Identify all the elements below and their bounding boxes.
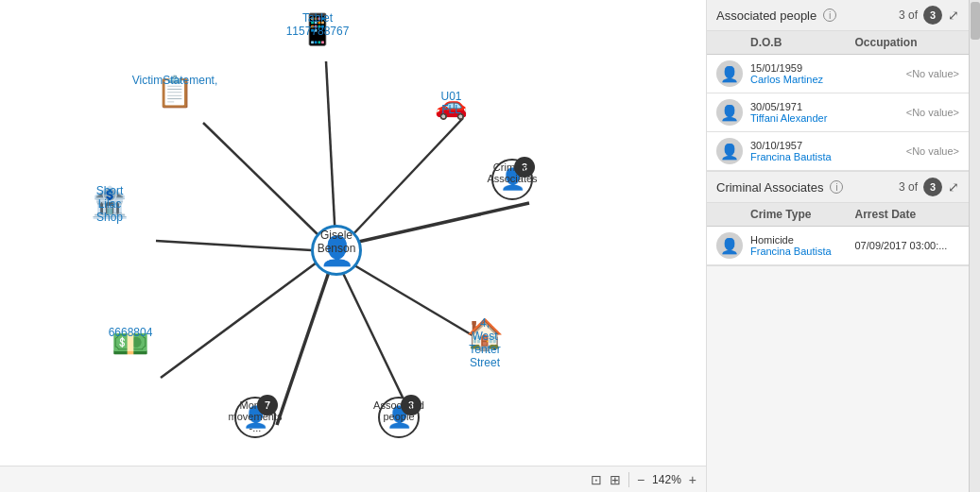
person-row-1: 👤 30/05/1971 Tiffani Alexander <No value… bbox=[707, 93, 969, 132]
arrest-date-0: 07/09/2017 03:00:... bbox=[855, 240, 960, 251]
network-canvas[interactable]: 👤 Gisele Benson 📱 Tablet 1157788767 🚗 U0… bbox=[0, 0, 706, 492]
svg-line-8 bbox=[354, 203, 529, 243]
criminal-associates-header: Criminal Associates i 3 of 3 ⤢ bbox=[707, 172, 969, 203]
svg-line-2 bbox=[203, 123, 321, 238]
reset-icon[interactable]: ⊞ bbox=[610, 472, 621, 487]
person-name-1[interactable]: Tiffani Alexander bbox=[750, 112, 906, 124]
scrollbar-thumb[interactable] bbox=[971, 2, 980, 40]
associated-people-controls: 3 of 3 ⤢ bbox=[899, 6, 959, 25]
associated-info-icon[interactable]: i bbox=[823, 8, 836, 22]
criminal-associates-section: Criminal Associates i 3 of 3 ⤢ Crime Typ… bbox=[707, 172, 969, 266]
person-avatar-1: 👤 bbox=[716, 99, 743, 126]
associated-of-badge: 3 of bbox=[899, 8, 918, 22]
crime-type-0: Homicide bbox=[750, 234, 855, 246]
fit-icon[interactable]: ⊡ bbox=[591, 472, 602, 487]
associated-badge: 3 bbox=[401, 395, 421, 416]
criminal-of-badge: 3 of bbox=[899, 180, 918, 194]
crime-type-header: Crime Type bbox=[750, 208, 855, 221]
movements-circle: 👤 7 bbox=[234, 397, 276, 438]
crime-avatar-0: 👤 bbox=[716, 232, 743, 259]
svg-line-1 bbox=[350, 118, 463, 238]
crime-person-0[interactable]: Francina Bautista bbox=[750, 246, 855, 257]
bottom-toolbar: ⊡ ⊞ − 142% + bbox=[0, 466, 706, 492]
right-panel: Associated people i 3 of 3 ⤢ D.O.B Occup… bbox=[706, 0, 980, 492]
tablet-icon: 📱 bbox=[299, 11, 336, 47]
node-car[interactable]: 🚗 U01 FLL bbox=[435, 90, 468, 121]
zoom-out-icon[interactable]: − bbox=[637, 472, 645, 487]
criminal-controls: 3 of 3 ⤢ bbox=[899, 178, 959, 196]
svg-line-4 bbox=[161, 263, 317, 378]
person-info-2: 30/10/1957 Francina Bautista bbox=[750, 140, 906, 162]
person-avatar-0: 👤 bbox=[716, 60, 743, 87]
node-associated[interactable]: 👤 3 Associated people bbox=[378, 397, 420, 438]
associated-circle: 👤 3 bbox=[378, 397, 420, 438]
associated-people-title: Associated people bbox=[716, 8, 817, 23]
crime-row-0: 👤 Homicide Francina Bautista 07/09/2017 … bbox=[707, 227, 969, 265]
node-shop[interactable]: 🏦 Short Lilac Shop bbox=[91, 184, 129, 220]
person-info-0: 15/01/1959 Carlos Martinez bbox=[750, 62, 906, 85]
person-dob-0: 15/01/1959 bbox=[750, 62, 906, 74]
person-dob-1: 30/05/1971 bbox=[750, 101, 906, 112]
node-money[interactable]: 💵 6668804 bbox=[112, 326, 149, 362]
node-tablet[interactable]: 📱 Tablet 1157788767 bbox=[299, 11, 336, 47]
associated-people-section: Associated people i 3 of 3 ⤢ D.O.B Occup… bbox=[707, 0, 969, 172]
criminal-expand-icon[interactable]: ⤢ bbox=[948, 179, 959, 195]
arrest-date-header: Arrest Date bbox=[855, 208, 960, 221]
person-info-1: 30/05/1971 Tiffani Alexander bbox=[750, 101, 906, 124]
node-house[interactable]: 🏠 4, West Tenter Street bbox=[466, 316, 504, 352]
person-occ-1: <No value> bbox=[906, 107, 959, 118]
associated-table-header: D.O.B Occupation bbox=[707, 31, 969, 55]
person-avatar-2: 👤 bbox=[716, 138, 743, 164]
criminal-table-header: Crime Type Arrest Date bbox=[707, 203, 969, 227]
center-circle: 👤 bbox=[311, 225, 362, 276]
criminal-circle: 👤 3 bbox=[491, 159, 533, 200]
node-victim[interactable]: 📋 VictimStatement, bbox=[156, 74, 194, 110]
criminal-badge: 3 bbox=[514, 157, 535, 178]
shop-icon: 🏦 bbox=[91, 184, 129, 220]
associated-count-badge: 3 bbox=[923, 6, 942, 25]
node-criminal[interactable]: 👤 3 Criminal Associates bbox=[491, 159, 533, 200]
associated-people-header: Associated people i 3 of 3 ⤢ bbox=[707, 0, 969, 31]
criminal-info-icon[interactable]: i bbox=[830, 180, 843, 194]
criminal-count-badge: 3 bbox=[923, 178, 942, 196]
house-icon: 🏠 bbox=[466, 316, 504, 352]
svg-line-3 bbox=[156, 241, 312, 250]
movements-badge: 7 bbox=[257, 395, 278, 416]
person-occ-2: <No value> bbox=[906, 145, 959, 157]
center-node[interactable]: 👤 Gisele Benson bbox=[311, 225, 362, 276]
zoom-in-icon[interactable]: + bbox=[689, 472, 696, 487]
associated-expand-icon[interactable]: ⤢ bbox=[948, 8, 959, 23]
person-occ-0: <No value> bbox=[906, 68, 959, 79]
svg-line-5 bbox=[277, 266, 331, 425]
svg-line-0 bbox=[326, 61, 335, 241]
person-row-0: 👤 15/01/1959 Carlos Martinez <No value> bbox=[707, 55, 969, 93]
criminal-associates-title: Criminal Associates bbox=[716, 180, 823, 195]
dob-header: D.O.B bbox=[750, 36, 855, 49]
crime-info-0: Homicide Francina Bautista bbox=[750, 234, 855, 257]
money-icon: 💵 bbox=[112, 326, 149, 362]
victim-icon: 📋 bbox=[156, 74, 194, 110]
zoom-level: 142% bbox=[652, 473, 681, 486]
occupation-header: Occupation bbox=[855, 36, 960, 49]
person-name-0[interactable]: Carlos Martinez bbox=[750, 74, 906, 85]
person-dob-2: 30/10/1957 bbox=[750, 140, 906, 151]
person-row-2: 👤 30/10/1957 Francina Bautista <No value… bbox=[707, 132, 969, 171]
car-icon: 🚗 bbox=[435, 90, 468, 121]
node-movements[interactable]: 👤 7 Money movements -... bbox=[234, 397, 276, 438]
person-name-2[interactable]: Francina Bautista bbox=[750, 151, 906, 162]
scrollbar[interactable] bbox=[969, 0, 980, 492]
